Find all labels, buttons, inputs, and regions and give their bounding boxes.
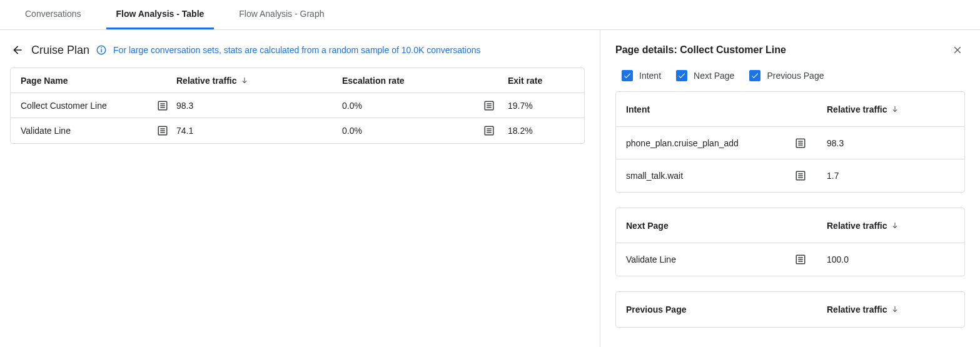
list-details-icon[interactable] (794, 253, 807, 266)
intent-card-header: Intent Relative traffic (616, 92, 964, 127)
details-panel: Page details: Collect Customer Line Inte… (600, 30, 980, 347)
breadcrumb: Cruise Plan For large conversation sets,… (10, 43, 585, 58)
col-header-page-name-label: Page Name (21, 76, 68, 86)
previous-page-card-header: Previous Page Relative traffic (616, 292, 964, 327)
intent-name: small_talk.wait (626, 171, 683, 181)
col-header-relative-traffic-label: Relative traffic (176, 76, 236, 86)
col-header-escalation-rate-label: Escalation rate (342, 76, 405, 86)
next-page-name: Validate Line (626, 254, 676, 264)
checkbox-next-page[interactable] (676, 70, 687, 81)
checkbox-intent[interactable] (622, 70, 633, 81)
col-header-relative-traffic[interactable]: Relative traffic (176, 76, 342, 86)
cell-traffic: 98.3 (176, 101, 193, 111)
back-arrow-icon[interactable] (10, 43, 25, 58)
relative-traffic-header[interactable]: Relative traffic (827, 104, 887, 114)
sort-desc-icon (891, 105, 899, 114)
previous-page-card: Previous Page Relative traffic (615, 291, 965, 328)
intent-name: phone_plan.cruise_plan_add (626, 138, 739, 148)
cell-escalation: 0.0% (342, 126, 362, 136)
cell-page-name: Validate Line (21, 126, 71, 136)
table-row[interactable]: Validate Line 74.1 0.0% 18.2% (11, 118, 584, 143)
cell-exit: 19.7% (508, 101, 533, 111)
sample-info-text: For large conversation sets, stats are c… (113, 45, 481, 55)
col-header-exit-rate[interactable]: Exit rate (508, 76, 584, 86)
list-details-icon[interactable] (794, 137, 807, 149)
sort-desc-icon (240, 76, 249, 85)
col-header-escalation-rate[interactable]: Escalation rate (342, 76, 508, 86)
checkbox-next-page-label: Next Page (694, 71, 734, 81)
next-page-card: Next Page Relative traffic Validate Line… (615, 208, 965, 276)
next-page-row[interactable]: Validate Line 100.0 (616, 243, 964, 276)
relative-traffic-header[interactable]: Relative traffic (827, 221, 887, 231)
table-header-row: Page Name Relative traffic Escalation ra… (11, 68, 584, 93)
cell-exit: 18.2% (508, 126, 533, 136)
sort-desc-icon (891, 221, 899, 230)
col-header-page-name[interactable]: Page Name (11, 76, 176, 86)
next-page-header-label: Next Page (626, 221, 669, 231)
pages-table: Page Name Relative traffic Escalation ra… (10, 68, 585, 144)
intent-traffic: 98.3 (827, 138, 844, 148)
main-panel: Cruise Plan For large conversation sets,… (0, 30, 600, 144)
checkbox-previous-page[interactable] (749, 70, 760, 81)
intent-traffic: 1.7 (827, 171, 839, 181)
content-area: Cruise Plan For large conversation sets,… (0, 30, 980, 347)
close-icon[interactable] (950, 43, 965, 58)
tab-flow-analysis-table[interactable]: Flow Analysis - Table (106, 0, 215, 29)
checkbox-previous-page-label: Previous Page (767, 71, 824, 81)
previous-page-header-label: Previous Page (626, 304, 687, 314)
col-header-exit-rate-label: Exit rate (508, 76, 542, 86)
cell-page-name: Collect Customer Line (21, 101, 107, 111)
details-header: Page details: Collect Customer Line (615, 43, 965, 58)
filter-checkboxes: Intent Next Page Previous Page (615, 70, 965, 81)
tabs-bar: Conversations Flow Analysis - Table Flow… (0, 0, 980, 30)
list-details-icon[interactable] (794, 169, 807, 182)
next-page-traffic: 100.0 (827, 254, 849, 264)
intent-row[interactable]: phone_plan.cruise_plan_add 98.3 (616, 127, 964, 159)
next-page-card-header: Next Page Relative traffic (616, 208, 964, 243)
table-row[interactable]: Collect Customer Line 98.3 0.0% 19.7% (11, 93, 584, 118)
relative-traffic-header[interactable]: Relative traffic (827, 304, 887, 314)
intent-row[interactable]: small_talk.wait 1.7 (616, 159, 964, 192)
breadcrumb-title: Cruise Plan (31, 44, 89, 57)
tab-conversations[interactable]: Conversations (15, 0, 91, 29)
details-title: Page details: Collect Customer Line (615, 44, 786, 56)
svg-rect-2 (101, 48, 102, 49)
intent-card: Intent Relative traffic phone_plan.cruis… (615, 91, 965, 193)
intent-header-label: Intent (626, 104, 650, 114)
list-details-icon[interactable] (483, 124, 495, 137)
cell-traffic: 74.1 (176, 126, 193, 136)
checkbox-intent-label: Intent (639, 71, 661, 81)
sort-desc-icon (891, 305, 899, 314)
svg-rect-1 (101, 49, 102, 53)
list-details-icon[interactable] (156, 99, 169, 112)
list-details-icon[interactable] (483, 99, 495, 112)
info-icon (96, 44, 107, 56)
cell-escalation: 0.0% (342, 101, 362, 111)
list-details-icon[interactable] (156, 124, 169, 137)
tab-flow-analysis-graph[interactable]: Flow Analysis - Graph (229, 0, 334, 29)
